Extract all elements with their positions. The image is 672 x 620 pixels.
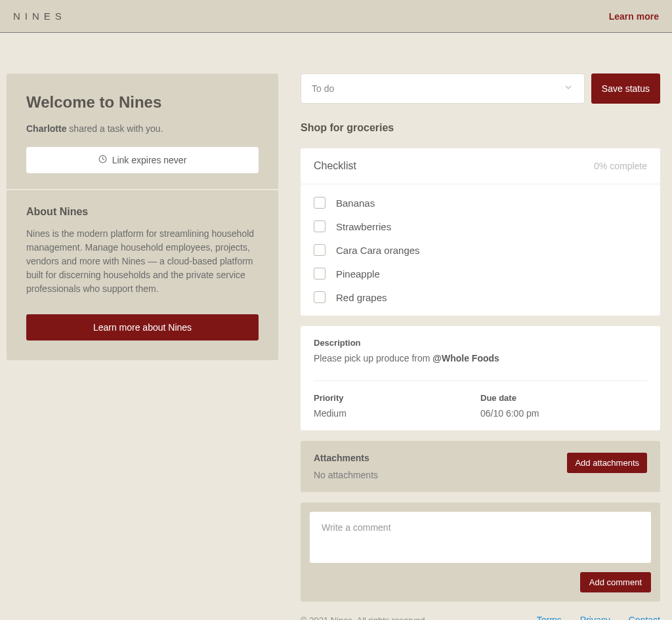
chevron-down-icon (563, 82, 574, 95)
welcome-title: Welcome to Nines (26, 93, 259, 112)
checklist-item: Cara Cara oranges (301, 238, 660, 262)
about-title: About Nines (26, 206, 259, 218)
comment-card: Add comment (301, 503, 660, 602)
meta-row: Priority Medium Due date 06/10 6:00 pm (314, 381, 647, 430)
checklist-item-label: Red grapes (336, 292, 387, 303)
footer-link-privacy[interactable]: Privacy (580, 615, 610, 620)
checkbox[interactable] (314, 220, 326, 232)
description-card: Description Please pick up produce from … (301, 326, 660, 430)
link-expiry-text: Link expires never (112, 155, 187, 165)
checklist-item-label: Cara Cara oranges (336, 245, 420, 256)
shared-by-text: Charlotte shared a task with you. (26, 123, 259, 134)
status-row: To do Save status (301, 73, 660, 104)
attachments-card: Attachments No attachments Add attachmen… (301, 441, 660, 492)
checklist-card: Checklist 0% complete Bananas Strawberri… (301, 148, 660, 316)
checkbox[interactable] (314, 268, 326, 279)
checklist-progress: 0% complete (594, 161, 647, 171)
checklist-item-label: Bananas (336, 197, 375, 209)
clock-icon (98, 155, 107, 165)
checkbox[interactable] (314, 244, 326, 256)
priority-block: Priority Medium (314, 393, 480, 419)
checklist-item: Red grapes (301, 285, 660, 309)
task-title: Shop for groceries (301, 122, 660, 134)
logo: NINES (13, 10, 66, 22)
priority-value: Medium (314, 408, 480, 419)
checklist-label: Checklist (314, 160, 356, 172)
priority-label: Priority (314, 393, 480, 403)
sidebar: Welcome to Nines Charlotte shared a task… (7, 73, 278, 620)
attachments-empty-text: No attachments (314, 470, 567, 480)
footer-link-terms[interactable]: Terms (537, 615, 562, 620)
checkbox[interactable] (314, 291, 326, 303)
due-date-block: Due date 06/10 6:00 pm (480, 393, 647, 419)
checklist-items: Bananas Strawberries Cara Cara oranges P… (301, 184, 660, 316)
save-status-button[interactable]: Save status (591, 73, 660, 104)
checklist-header: Checklist 0% complete (301, 148, 660, 184)
footer: © 2021 Nines. All rights reserved. Terms… (301, 602, 660, 620)
description-mention: @Whole Foods (432, 353, 499, 363)
shared-by-suffix: shared a task with you. (66, 123, 163, 134)
footer-copyright: © 2021 Nines. All rights reserved. (301, 615, 427, 621)
checklist-item: Bananas (301, 191, 660, 215)
app-header: NINES Learn more (0, 0, 672, 33)
about-text: Nines is the modern platform for streaml… (26, 227, 259, 296)
footer-link-contact[interactable]: Contact (629, 615, 660, 620)
checklist-item: Pineapple (301, 262, 660, 285)
status-select-value: To do (312, 83, 334, 94)
attachments-label: Attachments (314, 453, 567, 463)
due-date-value: 06/10 6:00 pm (480, 408, 647, 419)
learn-more-about-button[interactable]: Learn more about Nines (26, 314, 259, 341)
checkbox[interactable] (314, 197, 326, 209)
checklist-item-label: Strawberries (336, 221, 391, 232)
add-comment-button[interactable]: Add comment (580, 572, 651, 592)
link-expiry-pill: Link expires never (26, 147, 259, 173)
welcome-card: Welcome to Nines Charlotte shared a task… (7, 73, 278, 189)
description-prefix: Please pick up produce from (314, 353, 432, 363)
status-select[interactable]: To do (301, 73, 585, 104)
add-attachments-button[interactable]: Add attachments (567, 453, 647, 473)
due-date-label: Due date (480, 393, 647, 403)
checklist-item: Strawberries (301, 215, 660, 238)
task-content: To do Save status Shop for groceries Che… (301, 73, 660, 620)
description-label: Description (314, 338, 647, 348)
learn-more-link[interactable]: Learn more (609, 11, 659, 22)
footer-links: Terms Privacy Contact (537, 615, 660, 620)
description-text: Please pick up produce from @Whole Foods (314, 353, 647, 381)
about-card: About Nines Nines is the modern platform… (7, 190, 278, 360)
comment-input[interactable] (310, 512, 651, 563)
shared-by-name: Charlotte (26, 123, 66, 134)
checklist-item-label: Pineapple (336, 268, 380, 279)
